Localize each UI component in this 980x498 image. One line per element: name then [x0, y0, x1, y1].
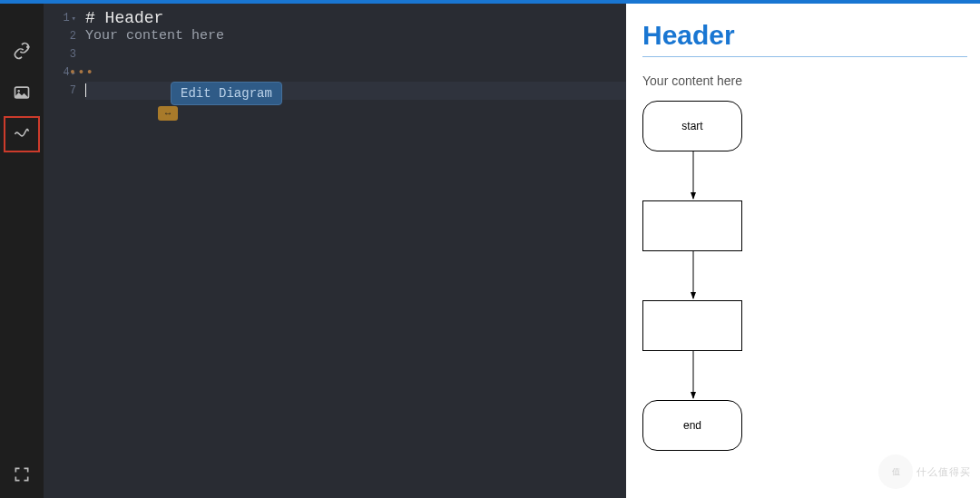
- code-line-text[interactable]: Your content here: [85, 27, 626, 45]
- preview-heading: Header: [642, 20, 967, 57]
- watermark: 值 什么值得买: [878, 454, 971, 489]
- edit-diagram-button[interactable]: Edit Diagram: [171, 82, 282, 105]
- code-line-heading[interactable]: # Header: [85, 9, 626, 27]
- flow-node-step: [642, 300, 742, 351]
- line-number: 3: [70, 48, 76, 61]
- flow-node-label: end: [683, 419, 701, 432]
- code-area[interactable]: # Header Your content here Edit Diagram …: [82, 4, 626, 498]
- code-line-empty[interactable]: [85, 45, 626, 63]
- image-icon[interactable]: [4, 74, 40, 111]
- horizontal-arrows-icon[interactable]: ↔: [158, 106, 178, 121]
- line-gutter: 1▾ 2 3 4▸••• 7: [44, 4, 82, 498]
- line-number: 7: [70, 84, 76, 97]
- preview-pane: Header Your content here start end 值 什么: [626, 4, 980, 498]
- mermaid-icon[interactable]: [4, 116, 40, 152]
- fold-arrow-icon[interactable]: ▾: [72, 15, 76, 24]
- preview-body-text: Your content here: [642, 73, 967, 88]
- watermark-text: 什么值得买: [916, 465, 971, 479]
- flow-node-step: [642, 200, 742, 251]
- flow-node-start: start: [642, 101, 742, 151]
- sidebar: [0, 0, 44, 498]
- top-accent-bar: [0, 0, 980, 4]
- svg-point-1: [17, 90, 20, 93]
- code-line-diagram[interactable]: Edit Diagram ↔: [85, 63, 626, 82]
- fullscreen-icon[interactable]: [4, 456, 40, 493]
- editor-pane[interactable]: 1▾ 2 3 4▸••• 7 # Header Your content her…: [44, 0, 626, 498]
- fold-ellipsis-icon[interactable]: •••: [69, 63, 94, 82]
- watermark-badge-icon: 值: [878, 454, 913, 489]
- line-number: 1: [63, 12, 69, 24]
- line-number: 2: [70, 30, 76, 43]
- flow-node-label: start: [681, 120, 702, 132]
- app-root: 1▾ 2 3 4▸••• 7 # Header Your content her…: [0, 0, 980, 498]
- link-icon[interactable]: [4, 33, 40, 69]
- flow-node-end: end: [642, 400, 742, 451]
